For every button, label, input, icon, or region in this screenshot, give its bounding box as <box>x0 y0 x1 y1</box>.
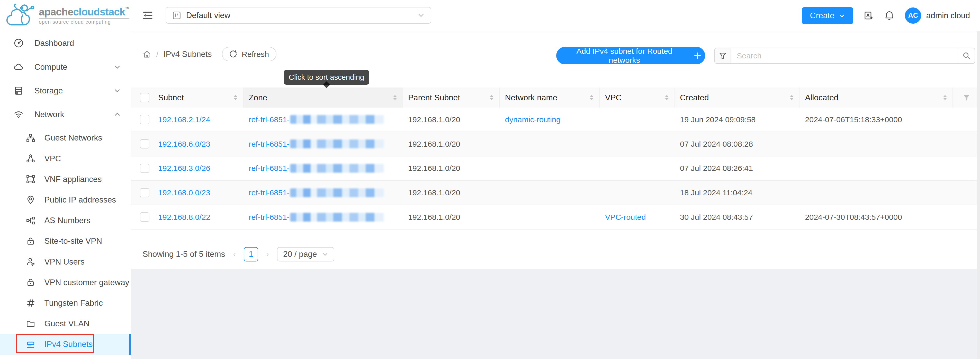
sidebar-item-label: IPv4 Subnets <box>45 340 93 349</box>
sidebar-item-dashboard[interactable]: Dashboard <box>0 31 130 55</box>
sort-icon <box>943 95 947 100</box>
translation-icon[interactable] <box>864 11 874 21</box>
prev-page-button[interactable]: ‹ <box>230 249 239 259</box>
refresh-label: Refresh <box>242 49 269 59</box>
avatar: AC <box>905 8 921 24</box>
sidebar-item-site-to-site-vpn[interactable]: Site-to-site VPN <box>0 231 130 251</box>
search-submit[interactable] <box>958 48 975 63</box>
reload-icon <box>229 50 237 58</box>
sidebar-item-guest-networks[interactable]: Guest Networks <box>0 128 130 148</box>
zone-link[interactable]: ref-trl-6851- <box>249 164 384 173</box>
sidebar-item-as-numbers[interactable]: AS Numbers <box>0 210 130 231</box>
subnet-link[interactable]: 192.168.6.0/23 <box>158 139 210 148</box>
sort-icon <box>234 95 238 100</box>
add-ipv4-subnet-button[interactable]: Add IPv4 subnet for Routed networks <box>556 47 705 64</box>
sidebar-item-compute[interactable]: Compute <box>0 55 130 79</box>
column-header-network-name[interactable]: Network name <box>500 88 600 108</box>
created-cell: 18 Jul 2024 11:04:24 <box>675 181 800 204</box>
column-header-allocated[interactable]: Allocated <box>800 88 953 108</box>
sidebar-item-vpn-customer-gateway[interactable]: VPN customer gateway <box>0 272 130 293</box>
subnet-link[interactable]: 192.168.2.1/24 <box>158 115 210 124</box>
filter-toggle[interactable] <box>715 48 731 63</box>
parent-subnet-cell: 192.168.1.0/20 <box>403 108 500 131</box>
zone-link[interactable]: ref-trl-6851- <box>249 188 384 197</box>
user-menu[interactable]: AC admin cloud <box>905 8 970 24</box>
funnel-icon <box>719 52 727 60</box>
home-icon[interactable] <box>142 49 151 58</box>
zone-link[interactable]: ref-trl-6851- <box>249 115 384 124</box>
sidebar-item-public-ip[interactable]: Public IP addresses <box>0 190 130 210</box>
zone-link-prefix: ref-trl-6851- <box>249 188 290 197</box>
row-actions-cell <box>953 205 980 229</box>
sidebar-item-vpc[interactable]: VPC <box>0 148 130 169</box>
select-all-cell <box>131 88 153 108</box>
pagination: Showing 1-5 of 5 items ‹ 1 › 20 / page <box>142 247 334 262</box>
sidebar-item-label: VPN Users <box>45 257 84 266</box>
sidebar-item-network[interactable]: Network <box>0 103 130 126</box>
sidebar-item-guest-vlan[interactable]: Guest VLAN <box>0 313 130 334</box>
cloud-icon <box>14 62 24 72</box>
bell-icon[interactable] <box>885 11 894 21</box>
column-filter-cell[interactable] <box>953 88 980 108</box>
page-size-select[interactable]: 20 / page <box>277 247 334 262</box>
subnet-link[interactable]: 192.168.8.0/22 <box>158 212 210 222</box>
sidebar-item-vpn-users[interactable]: VPN Users <box>0 251 130 272</box>
table-row[interactable]: 192.168.8.0/22 ref-trl-6851- 192.168.1.0… <box>131 205 980 230</box>
row-checkbox[interactable] <box>140 164 149 173</box>
row-checkbox[interactable] <box>140 188 149 197</box>
sort-icon <box>490 95 494 100</box>
row-actions-cell <box>953 181 980 204</box>
search-input[interactable] <box>731 48 958 63</box>
redacted-zone-name <box>290 213 384 222</box>
zone-link[interactable]: ref-trl-6851- <box>249 139 384 148</box>
plus-icon <box>694 52 701 59</box>
allocated-cell <box>800 132 953 156</box>
zone-link[interactable]: ref-trl-6851- <box>249 212 384 222</box>
table-row[interactable]: 192.168.6.0/23 ref-trl-6851- 192.168.1.0… <box>131 132 980 156</box>
column-header-parent-subnet[interactable]: Parent Subnet <box>403 88 500 108</box>
zone-link-prefix: ref-trl-6851- <box>249 212 290 222</box>
subnet-link[interactable]: 192.168.0.0/23 <box>158 188 210 197</box>
network-name-link[interactable]: dynamic-routing <box>505 115 561 124</box>
view-select-value: Default view <box>186 11 418 20</box>
created-cell: 30 Jul 2024 08:43:57 <box>675 205 800 229</box>
app-logo: apachecloudstackTM open source cloud com… <box>0 0 131 31</box>
next-page-button[interactable]: › <box>263 249 272 259</box>
chevron-down-icon <box>322 251 328 257</box>
table-row[interactable]: 192.168.2.1/24 ref-trl-6851- 192.168.1.0… <box>131 108 980 132</box>
column-header-zone[interactable]: Zone <box>244 88 403 108</box>
folder-icon <box>26 319 35 328</box>
sidebar-item-label: Site-to-site VPN <box>45 236 102 246</box>
scrollbar-track[interactable] <box>977 31 980 359</box>
parent-subnet-cell: 192.168.1.0/20 <box>403 205 500 229</box>
row-actions-cell <box>953 108 980 131</box>
table-row[interactable]: 192.168.0.0/23 ref-trl-6851- 192.168.1.0… <box>131 181 980 205</box>
search-icon <box>962 51 971 60</box>
sidebar-item-vnf-appliances[interactable]: VNF appliances <box>0 169 130 190</box>
vnf-appliances-icon <box>26 175 35 183</box>
subnet-link[interactable]: 192.168.3.0/26 <box>158 164 210 173</box>
select-all-checkbox[interactable] <box>140 93 149 102</box>
view-select[interactable]: Default view <box>165 7 431 24</box>
sidebar-item-tungsten-fabric[interactable]: Tungsten Fabric <box>0 293 130 313</box>
sidebar-item-storage[interactable]: Storage <box>0 79 130 102</box>
column-header-vpc[interactable]: VPC <box>600 88 675 108</box>
create-button-label: Create <box>810 11 834 20</box>
table-row[interactable]: 192.168.3.0/26 ref-trl-6851- 192.168.1.0… <box>131 156 980 181</box>
row-checkbox[interactable] <box>140 115 149 124</box>
redacted-zone-name <box>290 188 384 197</box>
sidebar-item-ipv4-subnets[interactable]: IPv4 Subnets <box>0 334 130 355</box>
column-header-subnet[interactable]: Subnet <box>153 88 243 108</box>
create-button[interactable]: Create <box>802 7 853 24</box>
column-header-created[interactable]: Created <box>675 88 800 108</box>
sidebar-nav: Dashboard Compute Storage Network <box>0 31 131 359</box>
row-checkbox[interactable] <box>140 212 149 222</box>
page-1-button[interactable]: 1 <box>244 247 258 262</box>
row-checkbox[interactable] <box>140 139 149 148</box>
parent-subnet-cell: 192.168.1.0/20 <box>403 132 500 156</box>
menu-fold-icon[interactable] <box>142 10 153 21</box>
cloudmonkey-logo-icon <box>5 3 37 28</box>
breadcrumb-separator: / <box>156 49 159 59</box>
vpc-link[interactable]: VPC-routed <box>605 212 646 222</box>
refresh-button[interactable]: Refresh <box>222 47 277 61</box>
